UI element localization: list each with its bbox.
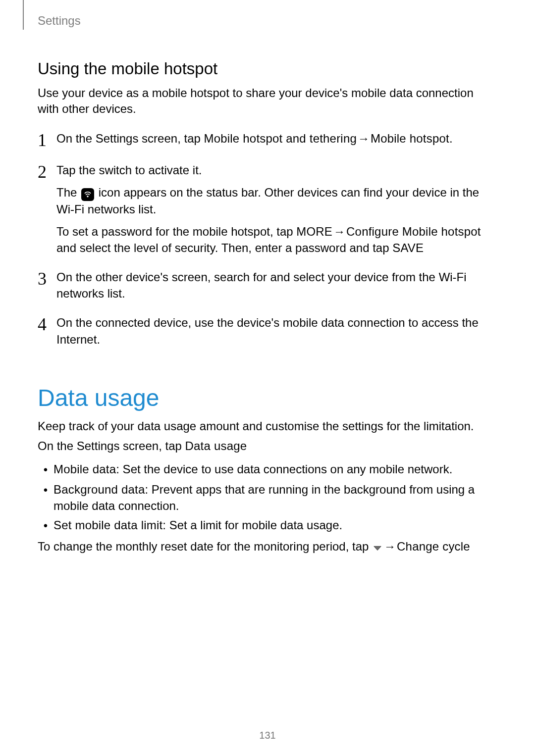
ui-name: Configure Mobile hotspot: [346, 225, 481, 238]
bullet-body: Set mobile data limit: Set a limit for m…: [54, 517, 497, 533]
arrow-right-icon: →: [383, 539, 397, 554]
text: On the other device's screen, search for…: [56, 270, 467, 300]
data-usage-p1: Keep track of your data usage amount and…: [38, 418, 497, 434]
text: To change the monthly reset date for the…: [38, 540, 372, 553]
ui-name: Change cycle: [397, 540, 470, 553]
ui-name: SAVE: [392, 241, 424, 254]
svg-marker-1: [374, 547, 381, 551]
ui-name: Mobile data: [54, 462, 116, 476]
step-body: On the connected device, use the device'…: [56, 314, 497, 347]
ui-name: Mobile hotspot: [371, 132, 449, 145]
bullet-body: Mobile data: Set the device to use data …: [54, 461, 497, 477]
header-breadcrumb: Settings: [38, 14, 81, 28]
hotspot-steps: 1 On the Settings screen, tap Mobile hot…: [38, 130, 497, 348]
data-usage-p3: To change the monthly reset date for the…: [38, 539, 497, 555]
step-number: 2: [38, 162, 56, 181]
bullet-icon: •: [38, 517, 54, 534]
text: and select the level of security. Then, …: [56, 241, 392, 254]
step-body: Tap the switch to activate it. The icon …: [56, 162, 497, 256]
list-item: • Set mobile data limit: Set a limit for…: [38, 517, 497, 534]
step-subtext: The icon appears on the status bar. Othe…: [56, 184, 497, 217]
manual-page: Settings Using the mobile hotspot Use yo…: [0, 0, 535, 756]
step-body: On the Settings screen, tap Mobile hotsp…: [56, 130, 497, 147]
text: On the Settings screen, tap: [56, 132, 204, 145]
text: On the connected device, use the device'…: [56, 316, 479, 346]
svg-point-0: [87, 196, 88, 197]
step-number: 3: [38, 269, 56, 288]
dropdown-triangle-icon: [373, 539, 382, 555]
ui-name: Data usage: [185, 439, 247, 453]
page-header: Settings: [38, 0, 497, 30]
step-1: 1 On the Settings screen, tap Mobile hot…: [38, 130, 497, 149]
text: The: [56, 186, 80, 199]
hotspot-icon: [81, 188, 94, 201]
arrow-right-icon: →: [332, 223, 346, 240]
bullet-icon: •: [38, 461, 54, 478]
bullet-icon: •: [38, 481, 54, 498]
text: To set a password for the mobile hotspot…: [56, 225, 296, 238]
header-rule: [23, 0, 24, 30]
bullet-body: Background data: Prevent apps that are r…: [54, 481, 497, 514]
ui-name: MORE: [296, 225, 332, 238]
step-subtext: To set a password for the mobile hotspot…: [56, 223, 497, 256]
arrow-right-icon: →: [357, 130, 371, 147]
page-number: 131: [0, 730, 535, 741]
ui-name: Set mobile data limit: [54, 518, 162, 532]
text: icon appears on the status bar. Other de…: [56, 186, 479, 216]
text: : Set a limit for mobile data usage.: [162, 518, 342, 532]
ui-name: Background data: [54, 483, 145, 496]
text: Tap the switch to activate it.: [56, 162, 497, 178]
section-title-hotspot: Using the mobile hotspot: [38, 59, 497, 78]
section-title-data-usage: Data usage: [38, 384, 497, 411]
data-usage-p2: On the Settings screen, tap Data usage: [38, 438, 497, 454]
hotspot-intro: Use your device as a mobile hotspot to s…: [38, 85, 497, 117]
list-item: • Background data: Prevent apps that are…: [38, 481, 497, 514]
ui-name: Mobile hotspot and tethering: [204, 132, 357, 145]
list-item: • Mobile data: Set the device to use dat…: [38, 461, 497, 478]
text: On the Settings screen, tap: [38, 439, 185, 453]
text: .: [449, 132, 453, 145]
step-4: 4 On the connected device, use the devic…: [38, 314, 497, 347]
step-3: 3 On the other device's screen, search f…: [38, 269, 497, 302]
step-number: 4: [38, 314, 56, 333]
text: : Set the device to use data connections…: [116, 462, 452, 476]
step-body: On the other device's screen, search for…: [56, 269, 497, 302]
step-2: 2 Tap the switch to activate it. The ico…: [38, 162, 497, 256]
data-usage-bullets: • Mobile data: Set the device to use dat…: [38, 461, 497, 533]
step-number: 1: [38, 130, 56, 149]
